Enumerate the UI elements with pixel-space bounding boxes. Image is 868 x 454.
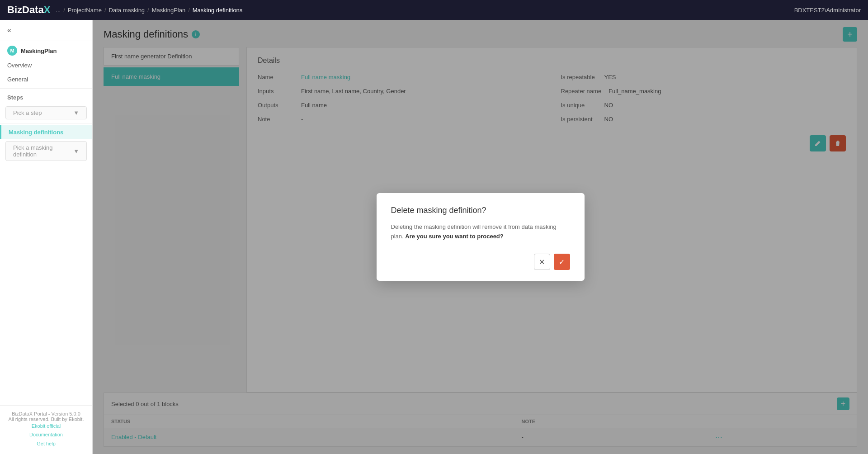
content-area: Masking definitions i + First name gener… bbox=[93, 20, 868, 454]
logo-x: X bbox=[44, 4, 51, 15]
breadcrumb-current: Masking definitions bbox=[193, 7, 243, 14]
footer-rights: All rights reserved. Built by Ekobit. bbox=[7, 416, 85, 422]
breadcrumb: ... / ProjectName / Data masking / Maski… bbox=[56, 7, 242, 14]
sidebar-section-label: MaskingPlan bbox=[21, 47, 57, 54]
sidebar-steps-dropdown-label: Pick a step bbox=[13, 109, 42, 116]
breadcrumb-masking[interactable]: Data masking bbox=[109, 7, 145, 14]
sidebar-item-overview[interactable]: Overview bbox=[0, 58, 92, 72]
sidebar-divider1 bbox=[0, 88, 92, 89]
top-nav: BizDataX ... / ProjectName / Data maskin… bbox=[0, 0, 868, 20]
delete-dialog-overlay: Delete masking definition? Deleting the … bbox=[93, 20, 868, 454]
dialog-title: Delete masking definition? bbox=[391, 206, 570, 215]
logo-text: BizDataX bbox=[7, 4, 50, 16]
chevron-down-icon-masking: ▼ bbox=[73, 148, 79, 155]
delete-dialog: Delete masking definition? Deleting the … bbox=[377, 193, 585, 281]
sidebar-footer: BizDataX Portal - Version 5.0.0 All righ… bbox=[0, 405, 92, 454]
breadcrumb-sep3: / bbox=[147, 7, 149, 14]
chevron-down-icon: ▼ bbox=[73, 109, 79, 116]
footer-link-ekobit[interactable]: Ekobit official bbox=[7, 422, 85, 431]
sidebar-masking-dropdown-label: Pick a masking definition bbox=[13, 144, 73, 158]
nav-left: BizDataX ... / ProjectName / Data maskin… bbox=[7, 4, 242, 16]
sidebar-divider2 bbox=[0, 123, 92, 123]
main-layout: « M MaskingPlan Overview General Steps P… bbox=[0, 20, 868, 454]
masking-plan-icon: M bbox=[7, 46, 17, 56]
user-info: BDXTEST2\Administrator bbox=[794, 7, 861, 14]
footer-version: BizDataX Portal - Version 5.0.0 bbox=[7, 411, 85, 416]
logo: BizDataX bbox=[7, 4, 50, 16]
sidebar-back-button[interactable]: « bbox=[0, 20, 92, 41]
footer-link-help[interactable]: Get help bbox=[7, 440, 85, 449]
breadcrumb-sep1: / bbox=[63, 7, 65, 14]
sidebar-section-header: M MaskingPlan bbox=[0, 41, 92, 58]
breadcrumb-sep4: / bbox=[188, 7, 190, 14]
dialog-body: Deleting the masking definition will rem… bbox=[391, 222, 570, 241]
dialog-body-bold: Are you sure you want to proceed? bbox=[405, 233, 503, 240]
dialog-confirm-button[interactable]: ✓ bbox=[554, 254, 570, 270]
sidebar-masking-dropdown[interactable]: Pick a masking definition ▼ bbox=[5, 141, 87, 161]
breadcrumb-plan[interactable]: MaskingPlan bbox=[152, 7, 185, 14]
sidebar-item-general[interactable]: General bbox=[0, 72, 92, 86]
breadcrumb-dots: ... bbox=[56, 7, 61, 14]
sidebar: « M MaskingPlan Overview General Steps P… bbox=[0, 20, 93, 454]
footer-link-docs[interactable]: Documentation bbox=[7, 430, 85, 440]
breadcrumb-project[interactable]: ProjectName bbox=[68, 7, 102, 14]
sidebar-steps-label: Steps bbox=[0, 90, 92, 104]
sidebar-item-masking-definitions[interactable]: Masking definitions bbox=[0, 125, 92, 139]
sidebar-steps-dropdown[interactable]: Pick a step ▼ bbox=[5, 106, 87, 119]
dialog-cancel-button[interactable]: ✕ bbox=[534, 254, 550, 270]
breadcrumb-sep2: / bbox=[104, 7, 106, 14]
dialog-actions: ✕ ✓ bbox=[391, 254, 570, 270]
